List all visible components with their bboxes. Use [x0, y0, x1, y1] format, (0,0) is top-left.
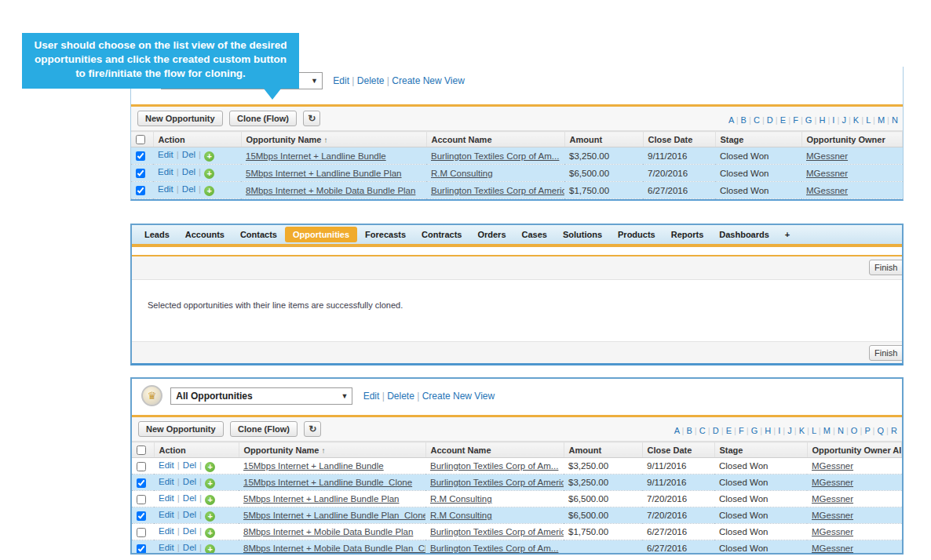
col-owner[interactable]: Opportunity Owner Alias [807, 442, 902, 458]
edit-link[interactable]: Edit [159, 510, 174, 519]
row-checkbox[interactable] [136, 169, 145, 178]
select-all-checkbox[interactable] [137, 445, 146, 455]
edit-link[interactable]: Edit [159, 460, 174, 470]
del-link[interactable]: Del [182, 150, 195, 159]
tab-accounts[interactable]: Accounts [177, 227, 232, 242]
owner-link[interactable]: MGessner [806, 169, 848, 178]
opportunity-name-link[interactable]: 5Mbps Internet + Landline Bundle Plan_Cl… [243, 511, 425, 520]
row-checkbox[interactable] [137, 478, 146, 488]
opportunity-name-link[interactable]: 15Mbps Internet + Landline Bundle_Clone [243, 478, 412, 487]
row-checkbox[interactable] [137, 462, 146, 471]
alphabet-link[interactable]: N [885, 115, 898, 125]
alphabet-link[interactable]: F [732, 426, 744, 435]
opportunity-name-link[interactable]: 15Mbps Internet + Landline Bundle [243, 461, 384, 471]
finish-button[interactable]: Finish [869, 345, 904, 361]
clone-flow-button[interactable]: Clone (Flow) [230, 421, 298, 437]
alphabet-link[interactable]: K [846, 115, 859, 125]
account-name-link[interactable]: R.M Consulting [430, 494, 492, 504]
alphabet-link[interactable]: K [792, 426, 805, 435]
refresh-button[interactable]: ↻ [304, 421, 321, 437]
tab-solutions[interactable]: Solutions [555, 227, 610, 242]
owner-link[interactable]: MGessner [812, 544, 853, 553]
del-link[interactable]: Del [183, 543, 196, 552]
row-checkbox[interactable] [137, 495, 146, 504]
alphabet-link[interactable]: I [825, 115, 834, 125]
add-icon[interactable]: + [205, 511, 215, 522]
col-owner[interactable]: Opportunity Owner [801, 132, 903, 147]
finish-button[interactable]: Finish [869, 260, 904, 275]
opportunity-name-link[interactable]: 5Mbps Internet + Landline Bundle Plan [246, 169, 402, 178]
del-link[interactable]: Del [183, 526, 196, 536]
opportunity-name-link[interactable]: 15Mbps Internet + Landline Bundle [246, 151, 386, 161]
col-action[interactable]: Action [153, 132, 241, 147]
owner-link[interactable]: MGessner [806, 151, 848, 161]
alphabet-link[interactable]: E [719, 426, 732, 435]
delete-view-link[interactable]: Delete [379, 391, 414, 402]
add-icon[interactable]: + [205, 478, 215, 489]
account-name-link[interactable]: Burlington Textiles Corp of America [430, 478, 564, 487]
col-stage[interactable]: Stage [715, 132, 801, 147]
clone-flow-button[interactable]: Clone (Flow) [229, 111, 297, 126]
alphabet-link[interactable]: P [857, 426, 870, 435]
col-amount[interactable]: Amount [564, 442, 642, 458]
tab-opportunities[interactable]: Opportunities [285, 227, 357, 242]
del-link[interactable]: Del [183, 510, 196, 519]
col-opportunity-name[interactable]: Opportunity Name ↑ [241, 132, 426, 147]
alphabet-link[interactable]: I [771, 426, 780, 435]
add-icon[interactable]: + [205, 462, 215, 472]
opportunity-name-link[interactable]: 5Mbps Internet + Landline Bundle Plan [243, 494, 400, 504]
alphabet-link[interactable]: M [871, 115, 885, 125]
alphabet-link[interactable]: A [728, 115, 734, 125]
select-all-checkbox[interactable] [136, 135, 145, 144]
opportunity-name-link[interactable]: 8Mbps Internet + Mobile Data Bundle Plan [243, 527, 413, 536]
alphabet-link[interactable]: C [692, 426, 706, 435]
tab-contracts[interactable]: Contracts [414, 227, 469, 242]
tab-add[interactable]: + [777, 227, 798, 242]
add-icon[interactable]: + [204, 186, 214, 196]
create-new-view-link[interactable]: Create New View [385, 75, 465, 86]
owner-link[interactable]: MGessner [812, 478, 853, 487]
account-name-link[interactable]: Burlington Textiles Corp of America [431, 186, 564, 195]
add-icon[interactable]: + [204, 169, 214, 179]
alphabet-link[interactable]: J [780, 426, 791, 435]
alphabet-link[interactable]: F [786, 115, 798, 125]
row-checkbox[interactable] [137, 511, 146, 521]
edit-view-link[interactable]: Edit [333, 75, 349, 86]
opportunity-name-link[interactable]: 8Mbps Internet + Mobile Data Bundle Plan… [243, 544, 425, 553]
alphabet-link[interactable]: B [679, 426, 692, 435]
tab-leads[interactable]: Leads [137, 227, 177, 242]
new-opportunity-button[interactable]: New Opportunity [137, 111, 223, 126]
alphabet-link[interactable]: G [744, 426, 758, 435]
edit-link[interactable]: Edit [159, 543, 174, 552]
owner-link[interactable]: MGessner [812, 527, 853, 536]
edit-link[interactable]: Edit [158, 150, 173, 159]
account-name-link[interactable]: Burlington Textiles Corp of Am... [431, 151, 559, 161]
del-link[interactable]: Del [182, 184, 195, 194]
tab-cases[interactable]: Cases [514, 227, 555, 242]
tab-orders[interactable]: Orders [469, 227, 513, 242]
del-link[interactable]: Del [182, 167, 195, 176]
alphabet-link[interactable]: O [844, 426, 858, 435]
add-icon[interactable]: + [205, 544, 215, 555]
edit-link[interactable]: Edit [159, 477, 174, 486]
alphabet-link[interactable]: L [805, 426, 816, 435]
col-opportunity-name[interactable]: Opportunity Name ↑ [239, 442, 425, 458]
account-name-link[interactable]: Burlington Textiles Corp of Am... [430, 461, 558, 471]
alphabet-link[interactable]: L [859, 115, 871, 125]
row-checkbox[interactable] [136, 186, 145, 195]
tab-forecasts[interactable]: Forecasts [357, 227, 414, 242]
create-new-view-link[interactable]: Create New View [414, 391, 495, 402]
owner-link[interactable]: MGessner [812, 494, 853, 504]
alphabet-link[interactable]: M [816, 426, 831, 435]
alphabet-link[interactable]: C [747, 115, 760, 125]
edit-view-link[interactable]: Edit [363, 391, 380, 402]
account-name-link[interactable]: R.M Consulting [430, 511, 492, 520]
add-icon[interactable]: + [205, 528, 215, 538]
owner-link[interactable]: MGessner [812, 461, 853, 471]
view-selector[interactable]: All Opportunities ▼ [170, 387, 352, 405]
alphabet-link[interactable]: J [834, 115, 845, 125]
add-icon[interactable]: + [205, 495, 215, 505]
add-icon[interactable]: + [204, 151, 214, 162]
alphabet-link[interactable]: H [812, 115, 825, 125]
alphabet-link[interactable]: Q [871, 426, 885, 435]
